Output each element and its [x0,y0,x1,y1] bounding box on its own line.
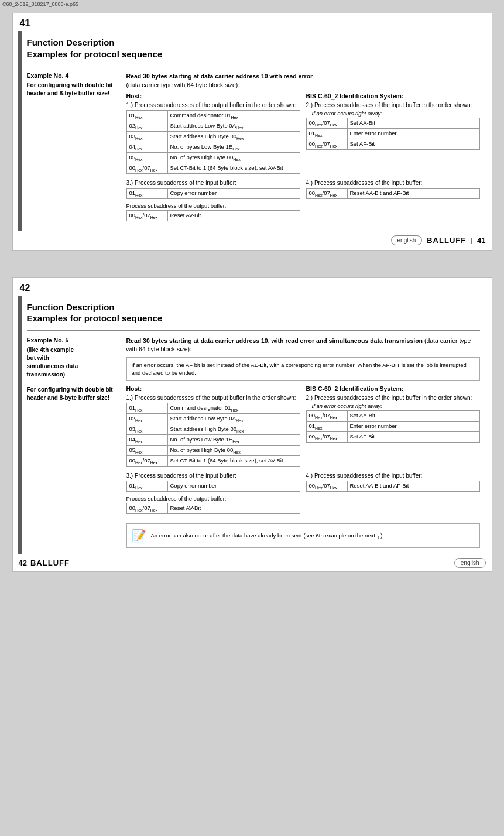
table-cell: Command designator 01Hex [167,403,300,414]
table-row: 00Hex/07Hex Set AA-Bit [306,118,479,129]
balluff-logo-42: BALLUFF [30,559,70,567]
table-cell: Set CT-Bit to 1 (64 Byte block size), se… [167,163,300,173]
table-row: 00Hex/07Hex Set AF-Bit [306,432,479,443]
host-table3b-41: 00Hex/07Hex Reset AV-Bit [126,210,300,221]
example-label-41: Example No. 4 [27,72,121,79]
table-cell: 05Hex [126,152,167,163]
table-row: 03Hex Start address High Byte 00Hex [126,132,300,142]
table-row: 00Hex/07Hex Set AF-Bit [306,139,479,150]
table-cell: Reset AA-Bit and AF-Bit [347,188,479,198]
host-table3-42: 01Hex Copy error number [126,481,300,492]
step4-label-42: 4.) Process subaddresses of the input bu… [306,472,480,479]
example-layout-41: Example No. 4 For configuring with doubl… [27,72,480,225]
section-title-42: Function Description Examples for protoc… [27,301,480,324]
table-cell: Enter error number [347,422,479,432]
table-row: 00Hex/07Hex Reset AV-Bit [126,503,300,513]
table-row: 05Hex No. of bytes High Byte 00Hex [126,446,300,456]
page-number-42: 42 [13,278,492,296]
note-icon-42: 📝 [132,527,146,544]
bis-table1-41: 00Hex/07Hex Set AA-Bit 01Hex Enter error… [306,118,480,150]
example-left-42: Example No. 5 (like 4th example but with… [27,337,121,548]
table-cell: Set CT-Bit to 1 (64 Byte block size), se… [167,455,300,466]
table-row: 00Hex/07Hex Reset AV-Bit [126,210,300,221]
table-cell: Start address Low Byte 0AHex [167,414,300,424]
page-gap [0,255,504,273]
table-cell: Reset AV-Bit [167,503,300,513]
table-cell: 00Hex/07Hex [126,210,167,221]
table-cell: Copy error number [167,481,300,491]
example-left-41: Example No. 4 For configuring with doubl… [27,72,121,225]
english-badge-41: english [391,235,423,245]
table-cell: No. of bytes High Byte 00Hex [167,446,300,456]
table-row: 02Hex Start address Low Byte 0AHex [126,121,300,132]
page-num-footer-41: 41 [477,236,485,245]
table-cell: 04Hex [126,142,167,153]
table-cell: Set AA-Bit [347,411,479,422]
step3-sub-label-41: Process subaddress of the output buffer: [126,203,300,209]
example-right-41: Read 30 bytes starting at data carrier a… [126,72,480,225]
col-left-42: Host: 1.) Process subaddresses of the ou… [126,385,300,470]
example-layout-42: Example No. 5 (like 4th example but with… [27,337,480,548]
host-table3-41: 01Hex Copy error number [126,188,300,199]
table-cell: Reset AA-Bit and AF-Bit [347,481,479,491]
table-cell: 02Hex [126,414,167,424]
example-sub-41: For configuring with double bit header a… [27,81,121,98]
step3-col-41: 3.) Process subaddress of the input buff… [126,180,300,225]
bis-table4-41: 00Hex/07Hex Reset AA-Bit and AF-Bit [306,188,480,199]
host-label-41: Host: [126,92,300,100]
table-cell: 00Hex/07Hex [306,139,347,150]
page-number-41: 41 [13,13,492,31]
table-row: 00Hex/07Hex Set CT-Bit to 1 (64 Byte blo… [126,455,300,466]
example-heading-41: Read 30 bytes starting at data carrier a… [126,72,480,89]
table-row: 01Hex Command designator 01Hex [126,403,300,414]
table-cell: Start address Low Byte 0AHex [167,121,300,132]
table-cell: Set AA-Bit [347,118,479,129]
table-cell: 01Hex [306,129,347,139]
page-num-footer-42: 42 [19,559,27,567]
host-table1-41: 01Hex Command designator 01Hex 02Hex Sta… [126,110,300,173]
step1-label-41: 1.) Process subaddresses of the output b… [126,102,300,108]
divider-41 [27,66,480,66]
step4-col-41: 4.) Process subaddresses of the input bu… [306,180,480,225]
table-cell: 04Hex [126,435,167,446]
table-row: 05Hex No. of bytes High Byte 00Hex [126,152,300,163]
table-cell: 03Hex [126,132,167,142]
note-row-42: 📝 An error can also occur after the data… [126,523,480,548]
table-cell: 00Hex/07Hex [126,503,167,513]
table-cell: 00Hex/07Hex [306,432,347,443]
table-cell: 02Hex [126,121,167,132]
table-row: 00Hex/07Hex Set CT-Bit to 1 (64 Byte blo… [126,163,300,173]
host-table3b-42: 00Hex/07Hex Reset AV-Bit [126,503,300,514]
step3-col-42: 3.) Process subaddress of the input buff… [126,472,300,518]
table-cell: 00Hex/07Hex [306,411,347,422]
if-error-41: If an error occurs right away: [312,110,480,117]
table-cell: 00Hex/07Hex [306,118,347,129]
table-row: 01Hex Copy error number [126,481,300,491]
bis-table4-42: 00Hex/07Hex Reset AA-Bit and AF-Bit [306,481,480,492]
table-row: 00Hex/07Hex Reset AA-Bit and AF-Bit [306,481,479,491]
table-row: 01Hex Command designator 01Hex [126,111,300,121]
table-cell: Copy error number [167,188,300,198]
table-row: 04Hex No. of bytes Low Byte 1EHex [126,142,300,153]
bis-label-41: BIS C-60_2 Identification System: [306,92,480,100]
table-cell: 01Hex [126,481,167,491]
two-col-41: Host: 1.) Process subaddresses of the ou… [126,92,480,177]
table-row: 00Hex/07Hex Reset AA-Bit and AF-Bit [306,188,479,198]
table-cell: 00Hex/07Hex [126,455,167,466]
step2-label-42: 2.) Process subaddresses of the input bu… [306,395,480,401]
footer-42: 42 BALLUFF english [13,554,492,571]
english-badge-42: english [454,558,486,568]
section-title-41: Function Description Examples for protoc… [27,37,480,60]
table-row: 04Hex No. of bytes Low Byte 1EHex [126,435,300,446]
table-cell: Enter error number [347,129,479,139]
table-row: 01Hex Enter error number [306,422,479,432]
col-right-42: BIS C-60_2 Identification System: 2.) Pr… [306,385,480,470]
divider-42 [27,330,480,331]
example-config2-42: For configuring with double bit header a… [27,386,121,402]
step4-label-41: 4.) Process subaddresses of the input bu… [306,180,480,186]
footer-41: english BALLUFF | 41 [13,231,492,250]
table-cell: Set AF-Bit [347,139,479,150]
table-cell: 01Hex [306,422,347,432]
step3-label-41: 3.) Process subaddress of the input buff… [126,180,300,186]
table-row: 00Hex/07Hex Set AA-Bit [306,411,479,422]
